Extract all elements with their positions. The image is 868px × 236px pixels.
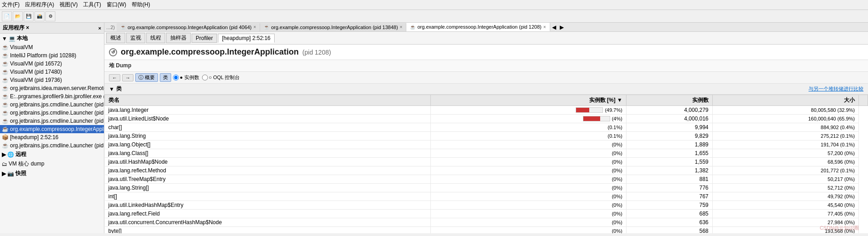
sidebar-item-visualvm2[interactable]: ☕ VisualVM (pid 16572) — [0, 60, 104, 68]
col-size[interactable]: 大小 — [712, 95, 859, 106]
tab-nav-right[interactable]: ▶ — [558, 24, 566, 30]
sidebar-section-remote[interactable]: ▶ 🌐 远程 — [0, 150, 104, 159]
instance-count-cell: 9,829 — [626, 132, 712, 141]
classes-title: ▼ 类 — [109, 85, 122, 93]
toolbar-btn-new[interactable]: 📄 — [2, 11, 12, 21]
tab-previous[interactable]: ...2) — [104, 25, 117, 30]
table-row[interactable]: int[](0%)76749,792 (0%) — [105, 192, 868, 201]
instance-bar-cell: (0%) — [431, 201, 626, 210]
sidebar-section-local[interactable]: ▼ 💻 本地 — [0, 34, 104, 43]
class-name-cell: java.lang.Object[] — [105, 141, 431, 149]
tab-pid4064[interactable]: ☕ org.example.compressoop.IntegerApplica… — [117, 23, 260, 31]
back-btn[interactable]: ← — [109, 74, 120, 81]
col-instance-count[interactable]: 实例数 — [626, 95, 712, 106]
toolbar-btn-settings[interactable]: ⚙ — [45, 11, 55, 21]
class-name-cell: java.lang.String[] — [105, 184, 431, 192]
tab-pid1208[interactable]: ☕ org.example.compressoop.IntegerApplica… — [406, 23, 550, 31]
toolbar-btn-open[interactable]: 📂 — [13, 11, 23, 21]
table-row[interactable]: java.lang.String(0.1%)9,829275,212 (0.1%… — [105, 132, 868, 141]
sidebar-item-visualvm3[interactable]: ☕ VisualVM (pid 17480) — [0, 68, 104, 76]
col-instance-pct[interactable]: 实例数 [%] ▼ — [431, 95, 626, 106]
table-row[interactable]: java.lang.String[](0%)77652,712 (0%) — [105, 184, 868, 192]
table-row[interactable]: char[](0.1%)9,994884,902 (0.4%) — [105, 123, 868, 132]
menu-view[interactable]: 视图(V) — [59, 1, 78, 9]
menu-file[interactable]: 文件(F) — [2, 1, 20, 9]
tab-pid13848[interactable]: ☕ org.example.compressoop.IntegerApplica… — [260, 23, 406, 31]
sidebar-item-visualvm4[interactable]: ☕ VisualVM (pid 19736) — [0, 76, 104, 84]
col-class-name[interactable]: 类名 — [105, 95, 431, 106]
app-icon: ☕ — [2, 110, 9, 116]
instance-count-cell: 1,382 — [626, 166, 712, 175]
app-icon: ☕ — [2, 69, 9, 75]
class-btn[interactable]: 类 — [160, 73, 171, 82]
close-tab-13848[interactable]: × — [400, 25, 403, 30]
menu-help[interactable]: 帮助(H) — [132, 1, 150, 9]
table-row[interactable]: java.lang.Class[](0%)1,65557,200 (0%) — [105, 149, 868, 158]
sidebar: 应用程序 × × ▼ 💻 本地 ☕ VisualVM ☕ IntelliJ Pl… — [0, 23, 104, 233]
sidebar-item-launcher3[interactable]: ☕ org.jetbrains.jps.cmdline.Launcher (pi… — [0, 117, 104, 125]
subtab-overview[interactable]: 概述 — [106, 33, 125, 43]
table-row[interactable]: java.lang.reflect.Method(0%)1,382201,772… — [105, 166, 868, 175]
instance-bar-cell: (0%) — [431, 192, 626, 201]
class-name-cell: java.lang.String — [105, 132, 431, 141]
sidebar-item-jprofiler[interactable]: ☕ E:..prgrames.jprofiler9.bin.jprofiler.… — [0, 92, 104, 100]
sidebar-item-maven[interactable]: ☕ org.jetbrains.idea.maven.server.Remote… — [0, 84, 104, 92]
table-row[interactable]: java.lang.Object[](0%)1,889191,704 (0.1%… — [105, 141, 868, 149]
table-row[interactable]: java.util.LinkedList$Node(4%)4,000,01616… — [105, 115, 868, 123]
menu-tools[interactable]: 工具(T) — [83, 1, 101, 9]
forward-btn[interactable]: → — [122, 74, 133, 81]
instance-bar-cell: (4%) — [431, 115, 626, 123]
instance-bar-cell: (0%) — [431, 210, 626, 218]
table-row[interactable]: java.lang.Integer(49.7%)4,000,27980,005,… — [105, 106, 868, 115]
sidebar-item-launcher2[interactable]: ☕ org.jetbrains.jps.cmdline.Launcher (pi… — [0, 109, 104, 117]
subtab-threads[interactable]: 线程 — [146, 33, 165, 43]
class-name-cell: java.util.TreeMap$Entry — [105, 175, 431, 184]
size-cell: 45,540 (0%) — [712, 201, 859, 210]
info-btn[interactable]: ⓘ 概要 — [135, 73, 158, 82]
heap-icon: 📦 — [2, 134, 9, 141]
dump-icon: 🗂 — [2, 161, 7, 167]
subtab-sampler[interactable]: 抽样器 — [166, 33, 191, 43]
size-cell: 160,000,640 (65.9%) — [712, 115, 859, 123]
sidebar-section-snapshot[interactable]: ▶ 📷 快照 — [0, 169, 104, 178]
compare-link[interactable]: 与另一个堆转储进行比较 — [809, 85, 863, 92]
table-row[interactable]: java.util.LinkedHashMap$Entry(0%)75945,5… — [105, 201, 868, 210]
table-row[interactable]: java.util.TreeMap$Entry(0%)88150,217 (0%… — [105, 175, 868, 184]
radio-ool[interactable]: ○ OQL 控制台 — [202, 74, 240, 81]
sidebar-item-heapdump[interactable]: 📦 [heapdump] 2:52:16 — [0, 133, 104, 141]
toolbar-btn-save[interactable]: 💾 — [24, 11, 34, 21]
snapshot-expand-icon: ▶ — [2, 171, 6, 177]
subtab-profiler[interactable]: Profiler — [192, 34, 217, 43]
class-name-cell: java.util.HashMap$Node — [105, 158, 431, 166]
sidebar-close-btn[interactable]: × — [99, 25, 101, 31]
radio-instances[interactable]: ● 实例数 — [173, 74, 199, 81]
close-tab-4064[interactable]: × — [253, 25, 256, 30]
instance-bar-cell: (0%) — [431, 184, 626, 192]
sidebar-item-integer-app[interactable]: ☕ org.example.compressoop.IntegerApplica… — [0, 125, 104, 133]
menu-window[interactable]: 窗口(W) — [107, 1, 126, 9]
class-table: 类名 实例数 [%] ▼ 实例数 大小 java.lang.Integer(49… — [104, 95, 868, 233]
size-cell: 68,596 (0%) — [712, 158, 859, 166]
tab-nav-left[interactable]: ◀ — [550, 24, 558, 30]
table-row[interactable]: java.util.concurrent.ConcurrentHashMap$N… — [105, 218, 868, 227]
sidebar-item-launcher1[interactable]: ☕ org.jetbrains.jps.cmdline.Launcher (pi… — [0, 100, 104, 109]
inner-toolbar: ← → ⓘ 概要 类 ● 实例数 ○ OQL 控制台 — [104, 72, 868, 84]
subtab-monitor[interactable]: 监视 — [126, 33, 145, 43]
sidebar-item-launcher4[interactable]: ☕ org.jetbrains.jps.cmdline.Launcher (pi… — [0, 141, 104, 150]
table-row[interactable]: byte[](0%)568193,568 (0%) — [105, 227, 868, 234]
sidebar-item-visualvm[interactable]: ☕ VisualVM — [0, 43, 104, 51]
close-tab-1208[interactable]: × — [543, 25, 546, 30]
snapshot-label: 快照 — [15, 170, 26, 177]
sidebar-item-intellij[interactable]: ☕ IntelliJ Platform (pid 10288) — [0, 51, 104, 60]
class-name-cell: int[] — [105, 192, 431, 201]
table-row[interactable]: java.lang.reflect.Field(0%)68577,405 (0%… — [105, 210, 868, 218]
menu-app[interactable]: 应用程序(A) — [25, 1, 54, 9]
subtab-heapdump[interactable]: [heapdump] 2:52:16 — [218, 34, 275, 43]
size-cell: 52,712 (0%) — [712, 184, 859, 192]
toolbar-btn-snapshot[interactable]: 📸 — [35, 11, 44, 21]
sidebar-item-vm-coredump[interactable]: 🗂 VM 核心 dump — [0, 159, 104, 169]
table-row[interactable]: java.util.HashMap$Node(0%)1,55968,596 (0… — [105, 158, 868, 166]
app-name: org.example.compressoop.IntegerApplicati… — [121, 47, 299, 57]
instance-bar-cell: (0%) — [431, 149, 626, 158]
class-name-cell: java.util.concurrent.ConcurrentHashMap$N… — [105, 218, 431, 227]
